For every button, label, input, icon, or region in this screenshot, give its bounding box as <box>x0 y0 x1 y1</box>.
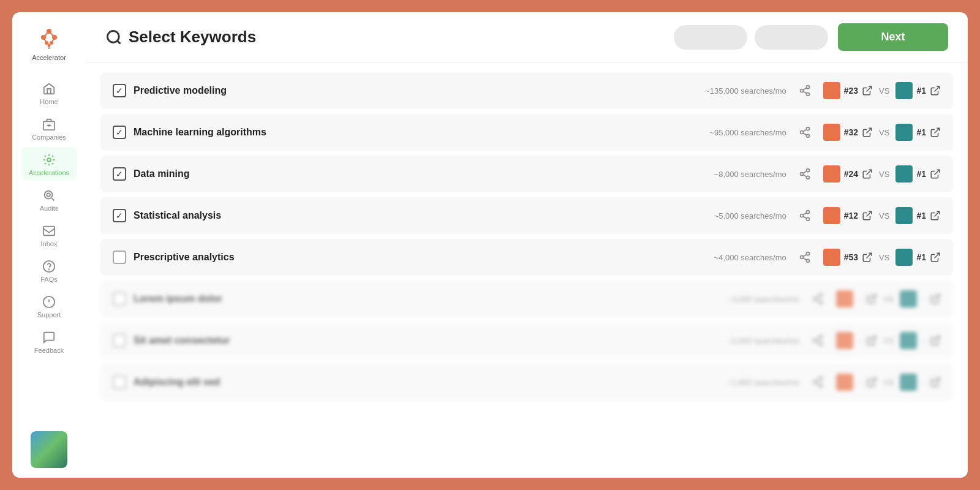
keyword-row: Predictive modeling ~135,000 searches/mo… <box>100 72 953 109</box>
orange-rank-box-4 <box>823 207 840 224</box>
sidebar-item-faqs[interactable]: FAQs <box>21 254 77 287</box>
svg-point-19 <box>49 269 50 270</box>
rank-link-icon-5b[interactable] <box>930 252 941 263</box>
rank-link-icon-4a[interactable] <box>862 210 873 221</box>
keyword-checkbox-1[interactable] <box>113 84 126 97</box>
teal-rank-box-3 <box>895 165 913 183</box>
keyword-checkbox-5[interactable] <box>113 251 126 264</box>
keyword-label-3: Data mining <box>134 168 681 179</box>
keyword-rank-group-b2: -- VS -- <box>836 332 941 349</box>
svg-point-58 <box>813 298 816 301</box>
keyword-row: Data mining ~8,000 searches/mo #24 VS #1 <box>100 156 953 192</box>
teal-rank-number-b1: -- <box>921 295 926 304</box>
rank-link-icon-2b[interactable] <box>930 127 941 138</box>
vs-label-1: VS <box>879 86 889 96</box>
teal-rank-number-b3: -- <box>921 378 926 387</box>
rank-link-icon-1b[interactable] <box>930 85 941 96</box>
sidebar-item-label-support: Support <box>37 311 61 318</box>
keyword-searches-b1: ~3,000 searches/mo <box>701 295 799 304</box>
orange-rank-number-1: #23 <box>844 86 858 96</box>
page-title: Select Keywords <box>129 28 256 47</box>
sidebar-item-audits[interactable]: Audits <box>21 183 77 216</box>
orange-rank-number-b1: -- <box>857 295 862 304</box>
svg-line-28 <box>935 86 940 91</box>
share-icon-b2 <box>812 334 824 347</box>
keyword-searches-5: ~4,000 searches/mo <box>688 253 786 262</box>
svg-point-45 <box>806 217 809 221</box>
keyword-checkbox-4[interactable] <box>113 209 126 222</box>
rank-link-icon-3b[interactable] <box>930 168 941 179</box>
share-icon-1[interactable] <box>799 85 811 97</box>
svg-line-76 <box>870 378 875 383</box>
rank-link-icon-2a[interactable] <box>862 127 873 138</box>
keyword-rank-group-3: #24 VS #1 <box>823 165 941 183</box>
orange-rank-number-b3: -- <box>857 378 862 387</box>
svg-line-49 <box>935 211 940 216</box>
orange-rank-box-2 <box>823 124 840 141</box>
share-icon-3[interactable] <box>799 168 811 180</box>
svg-line-56 <box>935 253 940 258</box>
svg-point-64 <box>820 336 823 339</box>
keyword-rank-group-1: #23 VS #1 <box>823 82 941 99</box>
support-icon <box>42 295 56 309</box>
share-icon-2[interactable] <box>799 126 811 138</box>
teal-rank-box-1 <box>895 82 913 99</box>
svg-line-61 <box>816 296 820 298</box>
sidebar-bottom-avatar[interactable] <box>31 431 67 468</box>
orange-rank-box-b2 <box>836 332 853 349</box>
keyword-rank-group-5: #53 VS #1 <box>823 249 941 266</box>
keyword-searches-b2: ~2,500 searches/mo <box>701 336 799 345</box>
vs-label-b3: VS <box>883 378 894 387</box>
keyword-row: Machine learning algorithms ~95,000 sear… <box>100 114 953 151</box>
sidebar-item-support[interactable]: Support <box>21 289 77 322</box>
next-button[interactable]: Next <box>838 23 948 51</box>
keyword-checkbox-3[interactable] <box>113 167 126 181</box>
rank-link-icon-5a[interactable] <box>862 252 873 263</box>
sidebar-item-feedback[interactable]: Feedback <box>21 325 77 358</box>
sidebar-item-label-home: Home <box>40 98 58 105</box>
orange-rank-box-b3 <box>836 374 853 391</box>
svg-point-16 <box>47 193 50 197</box>
sidebar-item-accelerations[interactable]: Accelerations <box>21 147 77 180</box>
companies-icon <box>42 118 56 131</box>
keyword-label-2: Machine learning algorithms <box>134 127 681 138</box>
orange-rank-box-3 <box>823 165 840 183</box>
teal-rank-box-b3 <box>900 374 917 391</box>
sidebar-item-home[interactable]: Home <box>21 76 77 109</box>
keyword-row-blurred-3: Adipiscing elit sed ~1,800 searches/mo -… <box>100 364 953 401</box>
svg-line-33 <box>803 129 807 131</box>
svg-point-43 <box>806 211 809 214</box>
svg-line-34 <box>867 128 872 133</box>
svg-line-42 <box>935 170 940 175</box>
sidebar-logo: Accelerator <box>32 22 66 61</box>
vs-label-2: VS <box>879 128 889 137</box>
share-icon-5[interactable] <box>799 251 811 263</box>
sidebar-item-label-accelerations: Accelerations <box>29 169 69 176</box>
orange-rank-number-5: #53 <box>844 252 858 262</box>
svg-line-67 <box>816 341 820 343</box>
svg-point-50 <box>806 252 809 255</box>
svg-line-47 <box>803 213 807 214</box>
keyword-checkbox-2[interactable] <box>113 126 126 139</box>
svg-line-70 <box>935 336 940 341</box>
orange-rank-number-3: #24 <box>844 169 858 179</box>
rank-link-icon-b1a <box>866 293 877 304</box>
rank-link-icon-4b[interactable] <box>930 210 941 221</box>
rank-link-icon-b1b <box>930 293 941 304</box>
sidebar-item-companies[interactable]: Companies <box>21 111 77 145</box>
main-content: Select Keywords Next Predictive modeling… <box>86 12 968 478</box>
rank-link-icon-b3a <box>866 377 877 388</box>
rank-link-icon-1a[interactable] <box>862 85 873 96</box>
keyword-searches-b3: ~1,800 searches/mo <box>701 378 799 387</box>
share-icon-4[interactable] <box>799 209 811 222</box>
vs-label-4: VS <box>879 211 889 221</box>
home-icon <box>42 82 56 96</box>
orange-rank-box-b1 <box>836 290 853 307</box>
svg-line-74 <box>816 383 820 385</box>
svg-line-68 <box>816 337 820 339</box>
sidebar-item-inbox[interactable]: Inbox <box>21 218 77 251</box>
svg-line-46 <box>803 216 807 218</box>
rank-link-icon-3a[interactable] <box>862 168 873 179</box>
svg-point-44 <box>800 214 803 217</box>
logo-icon <box>34 22 64 51</box>
